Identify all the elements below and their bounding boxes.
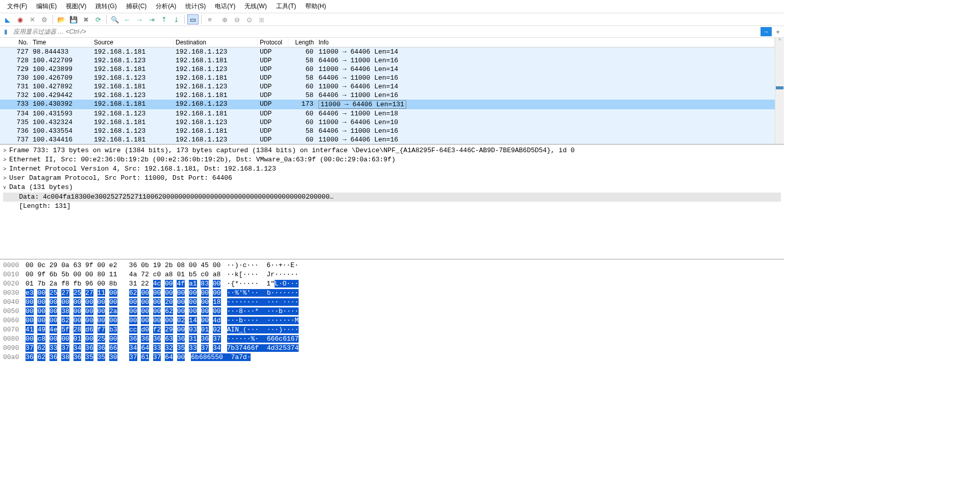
hex-row[interactable]: 009037 62 33 37 34 36 36 66 34 64 33 32 …: [3, 344, 781, 353]
vertical-scrollbar[interactable]: ^: [775, 38, 784, 144]
detail-data-value[interactable]: Data: 4c004fa18300e300252725271100620000…: [3, 193, 781, 202]
col-source[interactable]: Source: [92, 38, 174, 47]
menu-tools[interactable]: 工具(T): [273, 1, 299, 12]
restart-capture-icon[interactable]: ✕: [27, 14, 38, 25]
save-file-icon[interactable]: 💾: [68, 14, 79, 25]
menu-go[interactable]: 跳转(G): [92, 1, 119, 12]
packet-row[interactable]: 732100.429442192.168.1.123192.168.1.181U…: [0, 91, 775, 100]
stop-capture-icon[interactable]: ◉: [14, 14, 26, 25]
reload-icon[interactable]: ⟳: [92, 14, 104, 25]
col-destination[interactable]: Destination: [174, 38, 258, 47]
hex-row[interactable]: 004000 00 00 00 00 00 00 00 00 00 00 20 …: [3, 298, 781, 307]
packet-row[interactable]: 730100.426709192.168.1.123192.168.1.181U…: [0, 74, 775, 82]
menu-view[interactable]: 视图(V): [63, 1, 89, 12]
packet-row[interactable]: 72798.844433192.168.1.181192.168.1.123UD…: [0, 47, 775, 56]
packet-row[interactable]: 733100.430392192.168.1.181192.168.1.123U…: [0, 100, 775, 109]
zoom-out-icon[interactable]: ⊖: [231, 14, 242, 25]
separator: [106, 15, 107, 24]
hex-row[interactable]: 006000 00 00 62 00 00 00 00 00 00 00 00 …: [3, 316, 781, 325]
scrollbar-thumb[interactable]: [776, 86, 783, 89]
col-no[interactable]: No.: [0, 38, 31, 47]
colorize-icon[interactable]: ≡: [204, 14, 215, 25]
hex-row[interactable]: 000000 0c 29 0a 63 9f 00 e2 36 0b 19 2b …: [3, 261, 781, 270]
col-time[interactable]: Time: [31, 38, 92, 47]
zoom-reset-icon[interactable]: ⊙: [243, 14, 255, 25]
packet-body: 72798.844433192.168.1.181192.168.1.123UD…: [0, 47, 775, 144]
filter-bar: ▮ → +: [0, 26, 784, 38]
resize-columns-icon[interactable]: ⫼: [256, 14, 267, 25]
packet-bytes-pane[interactable]: 000000 0c 29 0a 63 9f 00 e2 36 0b 19 2b …: [0, 259, 784, 364]
menu-wireless[interactable]: 无线(W): [241, 1, 270, 12]
go-forward-icon[interactable]: →: [134, 14, 145, 25]
packet-row[interactable]: 735100.432324192.168.1.181192.168.1.123U…: [0, 118, 775, 127]
close-file-icon[interactable]: ✖: [80, 14, 91, 25]
display-filter-input[interactable]: [11, 27, 758, 36]
separator: [201, 15, 202, 24]
zoom-in-icon[interactable]: ⊕: [219, 14, 230, 25]
detail-ethernet[interactable]: Ethernet II, Src: 00:e2:36:0b:19:2b (00:…: [3, 155, 781, 164]
packet-details-pane[interactable]: Frame 733: 173 bytes on wire (1384 bits)…: [0, 145, 784, 259]
detail-ip[interactable]: Internet Protocol Version 4, Src: 192.16…: [3, 164, 781, 174]
col-info[interactable]: Info: [316, 38, 775, 47]
auto-scroll-icon[interactable]: ▭: [187, 14, 199, 25]
separator: [184, 15, 185, 24]
go-to-packet-icon[interactable]: ⇥: [146, 14, 157, 25]
go-last-icon[interactable]: ⤓: [170, 14, 182, 25]
packet-list-pane: No. Time Source Destination Protocol Len…: [0, 38, 784, 145]
filter-add-button[interactable]: +: [774, 27, 782, 36]
hex-row[interactable]: 008000 c8 00 00 01 00 25 00 36 36 36 63 …: [3, 334, 781, 344]
separator: [53, 15, 53, 24]
col-protocol[interactable]: Protocol: [258, 38, 288, 47]
hex-row[interactable]: 005000 00 00 38 00 00 00 2a 00 00 00 62 …: [3, 307, 781, 316]
packet-row[interactable]: 729100.423899192.168.1.181192.168.1.123U…: [0, 65, 775, 74]
capture-options-icon[interactable]: ⚙: [39, 14, 50, 25]
hex-row[interactable]: 00a036 62 36 38 36 35 35 30 37 61 37 64 …: [3, 353, 781, 362]
filter-apply-button[interactable]: →: [761, 27, 772, 36]
hex-row[interactable]: 007041 49 4e 5f 28 d6 f7 b3 cc d0 f2 29 …: [3, 325, 781, 334]
detail-frame[interactable]: Frame 733: 173 bytes on wire (1384 bits)…: [3, 146, 781, 155]
detail-data-header[interactable]: Data (131 bytes): [3, 183, 781, 193]
hex-row[interactable]: 002001 7b 2a f8 fb 96 00 8b 31 22 4c 00 …: [3, 279, 781, 289]
hex-row[interactable]: 001000 9f 6b 5b 00 00 80 11 4a 72 c0 a8 …: [3, 270, 781, 279]
packet-row[interactable]: 734100.431593192.168.1.123192.168.1.181U…: [0, 109, 775, 118]
menu-file[interactable]: 文件(F): [4, 1, 30, 12]
menu-edit[interactable]: 编辑(E): [33, 1, 60, 12]
menu-statistics[interactable]: 统计(S): [182, 1, 209, 12]
detail-udp[interactable]: User Datagram Protocol, Src Port: 11000,…: [3, 174, 781, 183]
menu-bar: 文件(F) 编辑(E) 视图(V) 跳转(G) 捕获(C) 分析(A) 统计(S…: [0, 0, 784, 13]
packet-row[interactable]: 728100.422709192.168.1.123192.168.1.181U…: [0, 56, 775, 65]
bookmark-icon[interactable]: ▮: [2, 28, 9, 35]
packet-row[interactable]: 736100.433554192.168.1.123192.168.1.181U…: [0, 127, 775, 135]
col-length[interactable]: Length: [288, 38, 316, 47]
menu-telephony[interactable]: 电话(Y): [212, 1, 238, 12]
toolbar: ◣ ◉ ✕ ⚙ 📂 💾 ✖ ⟳ 🔍 ← → ⇥ ⤒ ⤓ ▭ ≡ ⊕ ⊖ ⊙ ⫼: [0, 13, 784, 26]
menu-help[interactable]: 帮助(H): [302, 1, 329, 12]
hex-row[interactable]: 0030e3 00 25 27 25 27 11 00 62 00 00 00 …: [3, 289, 781, 298]
find-packet-icon[interactable]: 🔍: [109, 14, 120, 25]
shark-fin-icon[interactable]: ◣: [2, 14, 13, 25]
detail-data-length[interactable]: [Length: 131]: [3, 202, 781, 211]
packet-row[interactable]: 737100.434416192.168.1.181192.168.1.123U…: [0, 135, 775, 144]
menu-capture[interactable]: 捕获(C): [123, 1, 150, 12]
menu-analyze[interactable]: 分析(A): [153, 1, 179, 12]
go-first-icon[interactable]: ⤒: [158, 14, 169, 25]
packet-header-row: No. Time Source Destination Protocol Len…: [0, 38, 775, 47]
packet-table[interactable]: No. Time Source Destination Protocol Len…: [0, 38, 775, 144]
open-file-icon[interactable]: 📂: [56, 14, 67, 25]
go-back-icon[interactable]: ←: [121, 14, 133, 25]
packet-row[interactable]: 731100.427892192.168.1.181192.168.1.123U…: [0, 82, 775, 91]
